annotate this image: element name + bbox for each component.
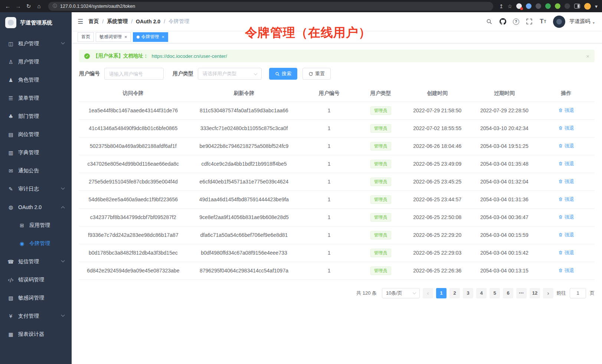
extension-icon[interactable] (545, 3, 551, 9)
user-type-select[interactable]: 请选择用户类型 (198, 68, 262, 80)
user-type-label: 用户类型 (173, 70, 193, 77)
user-id-cell: 1 (301, 119, 357, 137)
sidebar-item-post[interactable]: ▤岗位管理 (0, 125, 72, 143)
user-type-cell: 管理员 (357, 244, 404, 262)
extension-icon[interactable] (516, 3, 522, 9)
dict-icon: ▥ (7, 150, 14, 156)
sidebar-item-role[interactable]: ♟角色管理 (0, 71, 72, 89)
sidebar-item-audit-log[interactable]: ✎审计日志 (0, 180, 72, 198)
pagination-page-6[interactable]: 6 (503, 288, 513, 298)
share-icon[interactable]: ↥ (499, 3, 504, 9)
sidebar-item-sms[interactable]: ☎短信管理 (0, 252, 72, 271)
sidebar-item-oauth2-app[interactable]: ⊞应用管理 (0, 216, 72, 234)
pagination-more-button[interactable]: ••• (516, 288, 527, 298)
pagination-page-1[interactable]: 1 (436, 288, 446, 298)
username[interactable]: 芋道源码 (569, 18, 590, 25)
breadcrumb-item: 令牌管理 (169, 18, 189, 25)
pagination-page-2[interactable]: 2 (449, 288, 460, 298)
force-logout-button[interactable]: 强退 (558, 267, 574, 274)
extension-icon[interactable] (555, 3, 560, 9)
sidebar-item-user[interactable]: ♙用户管理 (0, 53, 72, 71)
goto-page-input[interactable] (570, 288, 586, 298)
side-panel-icon[interactable] (574, 4, 580, 9)
doc-link[interactable]: https://doc.iocoder.cn/user-center/ (152, 53, 227, 59)
browser-menu-icon[interactable]: ▾ (595, 3, 598, 9)
refresh-token-cell: dfa6c71a50a54c66bef706ef9e6e8d81 (187, 226, 301, 244)
pagination-page-4[interactable]: 4 (476, 288, 487, 298)
extension-icon[interactable] (565, 3, 570, 9)
refresh-token-cell: 333ecfc71e02480cb11055c875c3ca0f (187, 119, 301, 137)
pagination-next-button[interactable]: › (543, 288, 553, 298)
force-logout-button[interactable]: 强退 (558, 125, 574, 132)
pagination-prev-button[interactable]: ‹ (423, 288, 433, 298)
bookmark-star-icon[interactable]: ☆ (507, 3, 512, 9)
tab-label: 敏感词管理 (99, 34, 122, 40)
table-row: 1ea5e44f8bc1467aaede43144f31de76811c5304… (79, 102, 595, 119)
page-size-select[interactable]: 10条/页 (382, 288, 420, 298)
breadcrumb-item[interactable]: OAuth 2.0 (136, 19, 160, 24)
tab-token[interactable]: 令牌管理× (133, 32, 169, 42)
success-check-icon: ✓ (84, 53, 90, 59)
browser-home-icon[interactable]: ⌂ (34, 1, 44, 11)
sidebar-item-error-code[interactable]: ‹/›错误码管理 (0, 271, 72, 289)
app-logo-row[interactable]: 芋道管理系统 (0, 12, 72, 33)
browser-back-icon[interactable]: ← (3, 1, 13, 11)
refresh-token-cell: b0df4980ffd34c67a08f9156e4eee733 (187, 244, 301, 262)
sidebar-item-menu[interactable]: ☰菜单管理 (0, 89, 72, 107)
reset-button[interactable]: 重置 (302, 68, 331, 80)
sidebar-item-oauth2[interactable]: ◍OAuth 2.0 (0, 198, 72, 216)
refresh-token-cell: 49d1aa46d1454fbd87591444423be9fa (187, 191, 301, 208)
browser-profile-avatar[interactable] (584, 3, 591, 10)
sidebar-item-dict[interactable]: ▥字典管理 (0, 143, 72, 162)
force-logout-label: 强退 (565, 161, 574, 167)
force-logout-button[interactable]: 强退 (558, 107, 574, 114)
pagination-page-12[interactable]: 12 (530, 288, 540, 298)
sidebar-item-label: 敏感词管理 (18, 295, 44, 301)
breadcrumb-item[interactable]: 首页 (88, 18, 99, 25)
search-button[interactable]: 搜索 (269, 68, 297, 80)
sidebar-item-dept[interactable]: ♣部门管理 (0, 107, 72, 125)
pagination-page-5[interactable]: 5 (490, 288, 500, 298)
url-bar[interactable]: ⓘ 127.0.0.1:1024/system/oauth2/token (48, 2, 493, 11)
sidebar-item-pay[interactable]: ¥支付管理 (0, 307, 72, 325)
browser-forward-icon[interactable]: → (13, 1, 23, 11)
browser-reload-icon[interactable]: ↻ (24, 1, 33, 11)
user-avatar[interactable] (553, 16, 565, 28)
tab-label: 令牌管理 (141, 34, 159, 40)
sidebar-item-notice[interactable]: ✉通知公告 (0, 162, 72, 180)
sidebar-item-tenant[interactable]: ◫租户管理 (0, 34, 72, 53)
force-logout-button[interactable]: 强退 (558, 249, 574, 256)
search-icon[interactable] (485, 18, 493, 25)
force-logout-button[interactable]: 强退 (558, 232, 574, 238)
tab-sensitive-word[interactable]: 敏感词管理× (96, 32, 131, 42)
user-id-cell: 1 (301, 137, 357, 155)
sidebar-item-label: 用户管理 (18, 59, 39, 65)
force-logout-button[interactable]: 强退 (558, 214, 574, 221)
user-id-input[interactable] (104, 68, 164, 80)
help-icon[interactable]: ? (513, 19, 519, 25)
github-icon[interactable] (499, 18, 507, 25)
fullscreen-icon[interactable] (526, 18, 533, 25)
force-logout-button[interactable]: 强退 (558, 143, 574, 149)
user-type-cell: 管理员 (357, 155, 404, 173)
sidebar-item-report-designer[interactable]: ▦报表设计器 (0, 325, 72, 343)
close-icon[interactable]: × (124, 34, 127, 39)
breadcrumb-item[interactable]: 系统管理 (107, 18, 128, 25)
pagination-page-3[interactable]: 3 (463, 288, 473, 298)
font-size-icon[interactable]: TT (539, 18, 547, 25)
close-icon[interactable]: × (162, 34, 165, 39)
force-logout-button[interactable]: 强退 (558, 178, 574, 185)
extension-icon[interactable] (536, 3, 541, 9)
extension-icon[interactable] (526, 3, 531, 9)
site-info-icon[interactable]: ⓘ (53, 3, 57, 9)
user-type-cell: 管理员 (357, 119, 404, 137)
sidebar-toggle-icon[interactable]: ☰ (72, 18, 88, 26)
force-logout-button[interactable]: 强退 (558, 196, 574, 203)
column-header: 用户编号 (301, 85, 357, 102)
sidebar-item-sensitive-word[interactable]: ▧敏感词管理 (0, 289, 72, 307)
sidebar-item-oauth2-token[interactable]: ◉令牌管理 (0, 234, 72, 252)
alert-close-icon[interactable]: × (586, 53, 589, 59)
user-icon: ♙ (7, 59, 14, 65)
force-logout-button[interactable]: 强退 (558, 161, 574, 167)
tab-home[interactable]: 首页 (78, 32, 94, 42)
